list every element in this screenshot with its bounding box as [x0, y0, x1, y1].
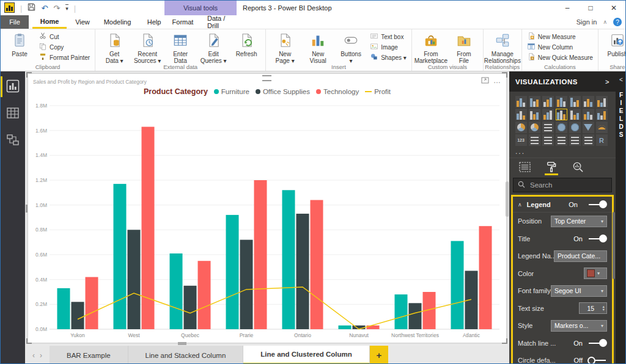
position-dropdown[interactable]: Top Center▾: [551, 216, 607, 227]
collapse-section-icon[interactable]: ∧: [518, 202, 522, 208]
fields-pane-collapsed[interactable]: < FIELDS: [616, 71, 626, 363]
save-icon[interactable]: [28, 3, 35, 13]
new-visual-button[interactable]: NewVisual: [302, 31, 334, 64]
new-column-button[interactable]: New Column: [525, 42, 595, 52]
text-size-spinner[interactable]: 15▲▼: [579, 302, 607, 314]
collapse-ribbon-icon[interactable]: ∧: [603, 19, 607, 25]
page-tab-line-and-clustered-column[interactable]: Line and Clustered Column: [243, 346, 370, 364]
publish-button[interactable]: Publish: [602, 31, 626, 57]
focus-mode-icon[interactable]: [481, 77, 489, 85]
legend-toggle[interactable]: [587, 200, 607, 209]
line-and-stacked-column-icon[interactable]: [542, 109, 554, 120]
resize-handle-bottom-right[interactable]: [502, 338, 507, 344]
sign-in-link[interactable]: Sign in: [576, 18, 597, 26]
refresh-button[interactable]: Refresh: [230, 31, 262, 57]
search-input[interactable]: [529, 181, 605, 189]
pane-scrollbar[interactable]: [613, 212, 615, 279]
card-icon[interactable]: 123: [515, 134, 527, 146]
cut-button[interactable]: Cut: [37, 32, 92, 42]
from-marketplace-button[interactable]: FromMarketplace: [415, 31, 447, 64]
canvas-horizontal-scrollbar[interactable]: [178, 342, 186, 345]
clustered-bar-chart-icon[interactable]: [542, 96, 554, 107]
color-picker[interactable]: ▾: [584, 268, 607, 279]
expand-fields-icon[interactable]: <: [619, 76, 623, 83]
canvas-vertical-scrollbar[interactable]: [506, 181, 509, 217]
format-search-box[interactable]: [513, 178, 612, 192]
new-quick-measure-button[interactable]: New Quick Measure: [525, 53, 595, 62]
stacked-bar-chart-icon[interactable]: [515, 96, 527, 107]
paste-button[interactable]: Paste: [4, 31, 35, 57]
resize-handle-top-right[interactable]: [502, 72, 507, 78]
new-page-button[interactable]: +: [370, 346, 388, 364]
sidebar-item-model-view[interactable]: [1, 129, 25, 152]
previous-page-icon[interactable]: ‹: [32, 351, 35, 360]
kpi-icon[interactable]: [542, 134, 554, 146]
shapes-button[interactable]: Shapes ▾: [368, 53, 408, 62]
ribbon-chart-icon[interactable]: [569, 109, 581, 120]
spinner-arrows[interactable]: ▲▼: [602, 305, 606, 311]
format-painter-button[interactable]: Format Painter: [37, 53, 92, 62]
legend-item-technology[interactable]: Technology: [316, 88, 359, 95]
more-visuals[interactable]: ...: [509, 147, 616, 158]
stacked-area-chart-icon[interactable]: [529, 109, 540, 120]
tab-format-pane[interactable]: [547, 158, 556, 175]
tab-modeling[interactable]: Modeling: [97, 15, 138, 29]
title-toggle[interactable]: [587, 235, 607, 243]
treemap-icon[interactable]: [542, 122, 554, 133]
image-button[interactable]: Image: [368, 42, 408, 52]
maximize-button[interactable]: □: [579, 1, 602, 15]
pie-chart-icon[interactable]: [515, 122, 527, 133]
tab-view[interactable]: View: [69, 15, 96, 29]
100-stacked-bar-chart-icon[interactable]: [569, 96, 581, 107]
resize-handle-top-left[interactable]: [26, 72, 32, 78]
legend-section-header[interactable]: ∧ Legend On: [513, 197, 612, 213]
filled-map-icon[interactable]: [569, 122, 581, 133]
map-icon[interactable]: [556, 122, 567, 133]
text-box-button[interactable]: Text box: [368, 32, 408, 42]
area-chart-icon[interactable]: [515, 109, 527, 120]
chart-visual[interactable]: … Sales and Profit by Region and Product…: [28, 74, 506, 343]
100-stacked-column-chart-icon[interactable]: [583, 96, 594, 107]
r-script-icon[interactable]: R: [596, 134, 608, 146]
next-page-icon[interactable]: ›: [40, 351, 42, 360]
customize-toolbar-icon[interactable]: ▾: [65, 4, 68, 12]
waterfall-chart-icon[interactable]: [583, 109, 594, 120]
table-icon[interactable]: [569, 134, 581, 146]
new-measure-button[interactable]: New Measure: [525, 32, 595, 42]
resize-handle-bottom-left[interactable]: [26, 338, 32, 344]
close-button[interactable]: ✕: [602, 1, 625, 15]
clustered-column-chart-icon[interactable]: [556, 96, 567, 107]
edit-queries-button[interactable]: EditQueries ▾: [197, 31, 229, 64]
sidebar-item-data-view[interactable]: [1, 102, 25, 125]
tab-help[interactable]: Help: [140, 15, 168, 29]
manage-relationships-button[interactable]: ManageRelationships: [487, 31, 518, 64]
line-and-clustered-column-icon[interactable]: [556, 109, 567, 120]
donut-chart-icon[interactable]: [529, 122, 540, 133]
buttons-button[interactable]: Buttons▾: [335, 31, 367, 64]
multi-row-card-icon[interactable]: [529, 134, 540, 146]
sidebar-item-report-view[interactable]: [1, 75, 25, 98]
resize-handle-left[interactable]: [26, 205, 28, 213]
new-page-button[interactable]: NewPage ▾: [269, 31, 301, 64]
tab-fields-pane[interactable]: [519, 158, 531, 175]
help-icon[interactable]: ?: [613, 18, 622, 26]
undo-icon[interactable]: ↶: [41, 4, 48, 13]
tab-file[interactable]: File: [1, 15, 29, 29]
minimize-button[interactable]: –: [556, 1, 579, 15]
circle-defa-toggle[interactable]: [587, 356, 607, 364]
visual-drag-handle[interactable]: [262, 75, 271, 81]
font-family-dropdown[interactable]: Segoe UI▾: [551, 285, 607, 297]
redo-icon[interactable]: ↷: [53, 4, 60, 13]
tab-format[interactable]: Format: [167, 15, 199, 29]
matrix-icon[interactable]: [583, 134, 594, 146]
enter-data-button[interactable]: EnterData: [164, 31, 196, 64]
legend-na-input[interactable]: Product Cate...: [554, 250, 607, 262]
line-chart-icon[interactable]: [596, 96, 608, 107]
tab-data-drill[interactable]: Data / Drill: [200, 15, 240, 29]
legend-item-office-supplies[interactable]: Office Supplies: [256, 88, 310, 95]
more-options-icon[interactable]: …: [493, 76, 501, 85]
legend-item-profit[interactable]: Profit: [365, 88, 391, 95]
stacked-column-chart-icon[interactable]: [529, 96, 540, 107]
scatter-chart-icon[interactable]: [596, 109, 608, 120]
report-canvas[interactable]: … Sales and Profit by Region and Product…: [25, 71, 509, 346]
